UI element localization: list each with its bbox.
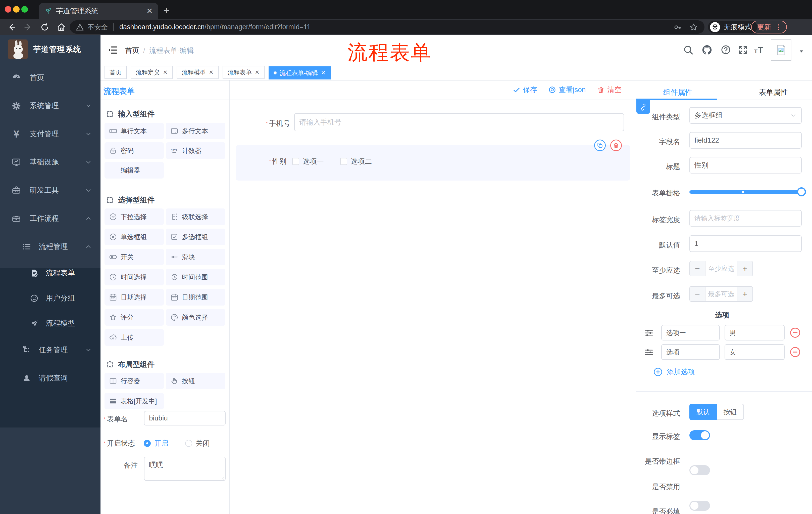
caret-down-icon[interactable] (798, 48, 805, 55)
drag-handle-icon[interactable] (644, 347, 654, 358)
password-key-icon[interactable] (673, 23, 683, 32)
radio-off-icon[interactable] (185, 440, 192, 447)
component-editor[interactable]: 编辑器 (105, 162, 164, 179)
font-size-icon[interactable]: TT (754, 45, 765, 55)
add-option-button[interactable]: 添加选项 (653, 367, 695, 377)
component-date-range[interactable]: 日期范围 (166, 289, 225, 305)
sidebar-item-process-model[interactable]: 流程模型 (0, 311, 100, 336)
back-icon[interactable] (6, 22, 17, 32)
title-field[interactable] (689, 157, 802, 173)
option-value-input[interactable] (725, 344, 785, 360)
component-counter[interactable]: 123 计数器 (166, 142, 225, 159)
component-cascader[interactable]: 级联选择 (166, 209, 225, 225)
phone-input[interactable] (294, 113, 624, 131)
status-radio-off[interactable]: 关闭 (185, 438, 210, 448)
component-password[interactable]: 密码 (105, 142, 164, 159)
component-text-input[interactable]: 单行文本 (105, 123, 164, 139)
security-label[interactable]: 不安全 (87, 23, 108, 32)
tag-close-icon[interactable]: ✕ (163, 69, 167, 76)
component-switch[interactable]: 开关 (105, 249, 164, 265)
link-tab[interactable] (636, 100, 650, 114)
gender-option-2[interactable]: 选项二 (340, 157, 372, 166)
style-button-button[interactable]: 按钮 (717, 404, 744, 420)
component-slider[interactable]: 滑块 (166, 249, 225, 265)
sidebar-fold-icon[interactable] (108, 45, 118, 55)
view-json-button[interactable]: 查看json (548, 85, 586, 94)
sidebar-item-devtools[interactable]: 研发工具 (0, 176, 100, 205)
component-button[interactable]: 按钮 (166, 373, 225, 389)
component-color-picker[interactable]: 颜色选择 (166, 309, 225, 326)
tag-process-model[interactable]: 流程模型✕ (177, 66, 218, 79)
border-switch[interactable] (689, 465, 710, 475)
tab-close-icon[interactable]: ✕ (146, 6, 153, 15)
component-row-container[interactable]: 行容器 (105, 373, 164, 389)
default-value-input[interactable] (689, 235, 802, 252)
field-name-input[interactable] (689, 132, 802, 148)
plus-button[interactable]: + (737, 261, 752, 276)
grid-slider-track[interactable] (689, 190, 805, 194)
component-checkbox-group[interactable]: 多选框组 (166, 228, 225, 245)
save-button[interactable]: 保存 (513, 85, 537, 94)
traffic-zoom-button[interactable] (21, 6, 28, 12)
component-radio-group[interactable]: 单选框组 (105, 228, 164, 245)
browser-tab[interactable]: 芋道管理系统 ✕ (39, 3, 158, 19)
style-default-button[interactable]: 默认 (689, 404, 717, 420)
drag-handle-icon[interactable] (644, 328, 654, 338)
component-select[interactable]: 下拉选择 (105, 209, 164, 225)
option-label-input[interactable] (661, 325, 720, 341)
sidebar-item-leave-query[interactable]: 请假查询 (0, 364, 100, 392)
tag-process-def[interactable]: 流程定义✕ (130, 66, 172, 79)
sidebar-item-workflow[interactable]: 工作流程 (0, 205, 100, 233)
phone-field[interactable] (294, 113, 624, 131)
tag-close-icon[interactable]: ✕ (209, 69, 213, 76)
minus-button[interactable]: − (690, 287, 705, 301)
default-value-field[interactable] (689, 235, 802, 252)
browser-menu-button[interactable]: 更新 (751, 21, 787, 33)
slider-handle[interactable] (797, 187, 806, 196)
min-select-input[interactable]: 至少应选 (705, 261, 737, 276)
option-value-input[interactable] (725, 325, 785, 341)
address-bar[interactable]: 不安全 dashboard.yudao.iocoder.cn/bpm/manag… (70, 20, 704, 34)
breadcrumb-home[interactable]: 首页 (125, 46, 139, 55)
show-label-switch[interactable] (689, 430, 710, 440)
new-tab-button[interactable]: + (163, 5, 170, 16)
forward-icon[interactable] (23, 22, 33, 32)
reload-icon[interactable] (40, 22, 50, 32)
form-name-field[interactable] (144, 411, 226, 426)
component-time-range[interactable]: 时间范围 (166, 269, 225, 286)
component-time-picker[interactable]: 时间选择 (105, 269, 164, 286)
field-name-field[interactable] (689, 132, 802, 148)
traffic-minimize-button[interactable] (13, 6, 20, 12)
type-select[interactable]: 多选框组 (689, 107, 802, 124)
minus-button[interactable]: − (690, 261, 705, 276)
status-radio-on[interactable]: 开启 (144, 438, 168, 448)
search-icon[interactable] (683, 45, 693, 55)
github-icon[interactable] (701, 44, 713, 55)
sidebar-item-process-mgmt[interactable]: 流程管理 (0, 233, 100, 261)
help-icon[interactable] (721, 45, 731, 55)
app-logo[interactable]: 芋道管理系统 (0, 35, 100, 63)
sidebar-item-task-mgmt[interactable]: 任务管理 (0, 336, 100, 364)
remove-option-icon[interactable] (789, 327, 801, 339)
tag-process-form[interactable]: 流程表单✕ (223, 66, 264, 79)
title-input[interactable] (689, 157, 802, 173)
traffic-close-button[interactable] (5, 6, 11, 12)
component-upload[interactable]: 上传 (105, 329, 164, 346)
remark-field[interactable]: 嘿嘿 (144, 457, 226, 481)
component-textarea[interactable]: 多行文本 (166, 123, 225, 139)
clear-button[interactable]: 清空 (597, 85, 621, 94)
tag-close-icon[interactable]: ✕ (321, 70, 325, 76)
max-select-input[interactable]: 最多可选 (705, 287, 737, 301)
tag-home[interactable]: 首页 (105, 66, 127, 79)
gender-option-1[interactable]: 选项一 (292, 157, 324, 166)
copy-component-button[interactable] (594, 140, 606, 151)
fullscreen-icon[interactable] (737, 45, 748, 55)
component-table[interactable]: 表格[开发中] (105, 393, 164, 409)
disabled-switch[interactable] (689, 501, 710, 511)
checkbox-icon[interactable] (340, 158, 347, 165)
checkbox-icon[interactable] (292, 158, 299, 165)
sidebar-item-system[interactable]: 系统管理 (0, 92, 100, 120)
resize-handle[interactable] (221, 476, 225, 480)
sidebar-item-user-group[interactable]: 用户分组 (0, 286, 100, 311)
tab-component-props[interactable]: 组件属性 (663, 87, 692, 98)
